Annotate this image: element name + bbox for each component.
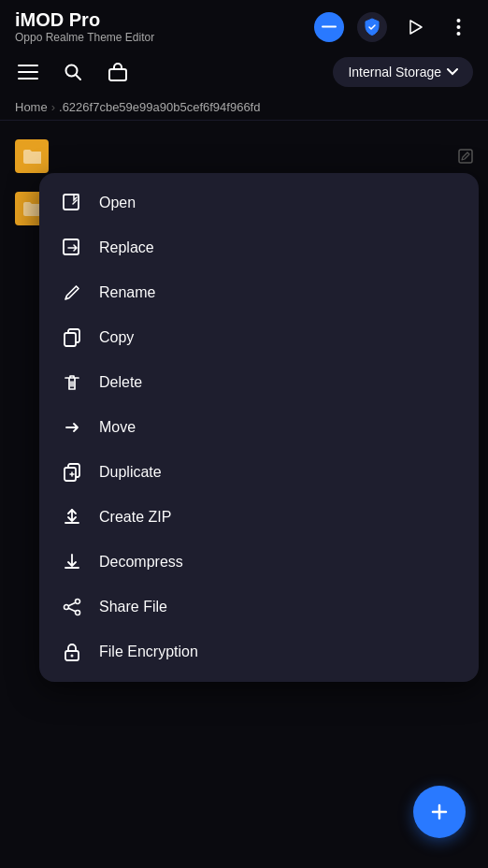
plus-icon: [428, 801, 451, 823]
menu-item-share-file[interactable]: Share File: [39, 585, 479, 629]
storage-selector[interactable]: Internal Storage: [333, 57, 473, 87]
svg-rect-9: [459, 150, 472, 163]
more-options-button[interactable]: [443, 12, 473, 42]
menu-item-create-zip[interactable]: Create ZIP: [39, 495, 479, 540]
svg-rect-5: [18, 71, 38, 73]
app-branding: iMOD Pro Oppo Realme Theme Editor: [15, 9, 154, 44]
menu-item-label: File Encryption: [99, 644, 198, 660]
search-button[interactable]: [60, 59, 86, 85]
menu-item-label: Decompress: [99, 554, 183, 571]
move-icon: [62, 417, 82, 438]
copy-icon: [62, 327, 82, 348]
menu-item-label: Share File: [99, 599, 167, 615]
context-menu: Open Replace Rename Copy: [39, 173, 479, 682]
create-zip-icon: [62, 507, 82, 528]
rename-icon: [62, 282, 82, 303]
storage-label: Internal Storage: [348, 65, 441, 80]
menu-item-label: Duplicate: [99, 464, 162, 481]
app-subtitle: Oppo Realme Theme Editor: [15, 31, 154, 44]
svg-point-21: [71, 655, 74, 658]
open-icon: [62, 193, 82, 213]
breadcrumb: Home › .6226f7cbe59e99a90b5cef6f94f966fd: [0, 94, 488, 121]
svg-rect-8: [109, 69, 126, 80]
minus-button[interactable]: [314, 12, 344, 42]
menu-item-rename[interactable]: Rename: [39, 270, 479, 315]
breadcrumb-path: .6226f7cbe59e99a90b5cef6f94f966fd: [59, 100, 260, 114]
folder-icon: [15, 139, 49, 173]
menu-item-delete[interactable]: Delete: [39, 360, 479, 405]
play-button[interactable]: [400, 12, 430, 42]
svg-point-19: [65, 605, 69, 610]
toolbar-left: [15, 59, 131, 85]
menu-item-move[interactable]: Move: [39, 405, 479, 450]
replace-icon: [62, 238, 82, 258]
svg-point-1: [456, 19, 460, 22]
svg-rect-6: [18, 78, 38, 80]
menu-item-label: Delete: [99, 374, 142, 391]
menu-item-label: Copy: [99, 329, 134, 346]
app-title: iMOD Pro: [15, 9, 154, 31]
menu-item-label: Create ZIP: [99, 509, 171, 526]
decompress-icon: [62, 552, 82, 572]
breadcrumb-separator: ›: [51, 100, 55, 114]
hamburger-menu-button[interactable]: [15, 59, 41, 85]
duplicate-icon: [62, 462, 82, 483]
menu-item-label: Open: [99, 195, 136, 211]
share-icon: [62, 597, 82, 617]
bag-button[interactable]: [105, 59, 131, 85]
svg-rect-0: [322, 26, 337, 28]
shield-button[interactable]: [357, 12, 387, 42]
svg-rect-14: [65, 333, 76, 346]
breadcrumb-home[interactable]: Home: [15, 100, 48, 114]
menu-item-replace[interactable]: Replace: [39, 225, 479, 270]
chevron-down-icon: [447, 68, 458, 76]
menu-item-copy[interactable]: Copy: [39, 315, 479, 360]
menu-item-duplicate[interactable]: Duplicate: [39, 450, 479, 495]
fab-add-button[interactable]: [413, 786, 466, 838]
menu-item-decompress[interactable]: Decompress: [39, 540, 479, 585]
svg-rect-4: [18, 65, 38, 66]
app-header: iMOD Pro Oppo Realme Theme Editor: [0, 0, 488, 50]
svg-point-2: [456, 25, 460, 29]
menu-item-label: Rename: [99, 284, 155, 301]
menu-item-open[interactable]: Open: [39, 181, 479, 225]
toolbar: Internal Storage: [0, 50, 488, 94]
menu-item-label: Move: [99, 419, 136, 436]
delete-icon: [62, 372, 82, 393]
edit-icon[interactable]: [458, 149, 473, 164]
header-actions: [314, 12, 473, 42]
menu-item-file-encryption[interactable]: File Encryption: [39, 629, 479, 674]
menu-item-label: Replace: [99, 239, 154, 256]
lock-icon: [62, 642, 82, 662]
svg-point-3: [456, 32, 460, 36]
